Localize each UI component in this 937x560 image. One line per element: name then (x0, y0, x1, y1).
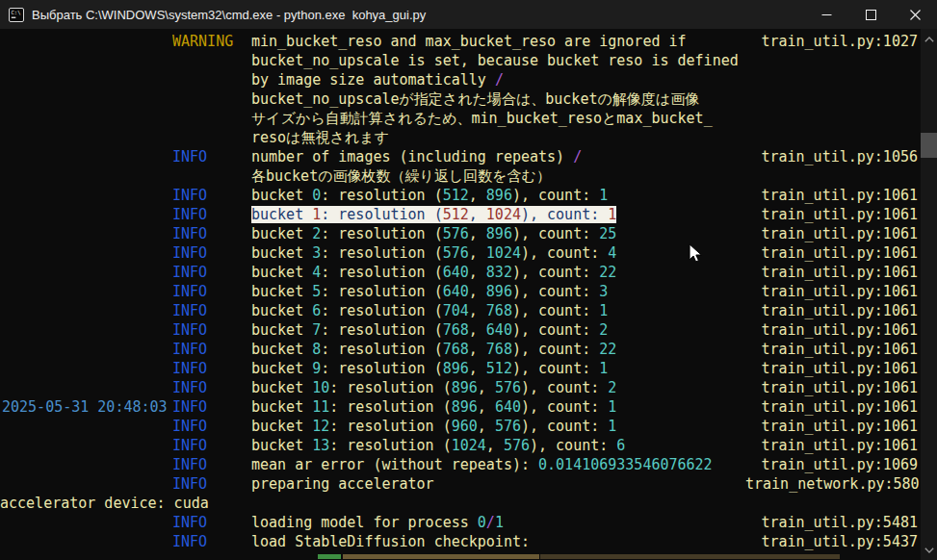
log-file: train_util.py:1056 (745, 147, 921, 166)
cmd-icon: C:\ (9, 8, 24, 22)
chevron-up-icon[interactable] (921, 31, 937, 47)
terminal-window: C:\ Выбрать C:\WINDOWS\system32\cmd.exe … (0, 0, 937, 560)
log-message: bucket 13: resolution (1024, 576), count… (251, 436, 745, 455)
log-message: bucket_no_upscaleが指定された場合は、bucketの解像度は画像 (251, 89, 745, 109)
log-file: train_util.py:1061 (745, 243, 921, 263)
scrollbar-thumb[interactable] (921, 133, 937, 158)
log-row: INFO preparing accelerator train_network… (0, 474, 921, 494)
close-icon (910, 10, 921, 20)
log-file: train_util.py:1061 (745, 417, 921, 436)
log-time (0, 147, 172, 166)
scrollbar[interactable] (921, 29, 937, 560)
log-level: INFO (172, 340, 251, 359)
log-time (0, 455, 172, 474)
log-level (172, 109, 251, 128)
clipped-text-fragment (318, 554, 341, 559)
log-file: train_util.py:1061 (745, 436, 921, 455)
log-level: INFO (172, 320, 251, 340)
titlebar[interactable]: C:\ Выбрать C:\WINDOWS\system32\cmd.exe … (0, 0, 937, 29)
log-time (0, 532, 172, 551)
log-time (0, 205, 172, 224)
clipped-text-fragment (540, 554, 840, 559)
log-file: train_util.py:1069 (745, 455, 921, 474)
log-message: bucket 6: resolution (704, 768), count: … (251, 301, 745, 320)
log-level: WARNING (172, 32, 251, 51)
log-row: INFO load StableDiffusion checkpoint: tr… (0, 532, 921, 551)
log-level: INFO (172, 378, 251, 397)
log-time (0, 320, 172, 340)
svg-text:C:\: C:\ (11, 10, 20, 15)
log-file (745, 128, 921, 147)
minimize-icon (821, 10, 832, 20)
log-time (0, 32, 172, 51)
log-row: INFO loading model for process 0/1 train… (0, 513, 921, 532)
log-row: INFO bucket 3: resolution (576, 1024), c… (0, 243, 921, 263)
log-time (0, 378, 172, 397)
log-message: bucket 5: resolution (640, 896), count: … (251, 282, 745, 301)
log-message: resoは無視されます (251, 128, 745, 147)
log-file: train_util.py:1061 (745, 359, 921, 378)
log-time (0, 89, 172, 109)
log-file: train_util.py:5481 (745, 513, 921, 532)
log-level: INFO (172, 224, 251, 243)
log-file: train_util.py:1061 (745, 340, 921, 359)
log-row: INFO mean ar error (without repeats): 0.… (0, 455, 921, 474)
log-row: INFO bucket 5: resolution (640, 896), co… (0, 282, 921, 301)
log-message: number of images (including repeats) / (251, 147, 745, 166)
log-full-line: accelerator device: cuda (0, 494, 209, 513)
log-level: INFO (172, 243, 251, 263)
log-row: INFO number of images (including repeats… (0, 147, 921, 166)
log-message: by image size automatically / (251, 70, 745, 89)
log-file: train_util.py:1027 (745, 32, 921, 51)
maximize-button[interactable] (848, 0, 893, 29)
log-level: INFO (172, 532, 251, 551)
log-time (0, 51, 172, 70)
log-level: INFO (172, 186, 251, 205)
log-time (0, 263, 172, 282)
minimize-button[interactable] (804, 0, 848, 29)
console-output[interactable]: WARNING min_bucket_reso and max_bucket_r… (0, 29, 921, 560)
log-message: min_bucket_reso and max_bucket_reso are … (251, 32, 745, 51)
log-file: train_util.py:1061 (745, 282, 921, 301)
log-file (745, 89, 921, 109)
log-time (0, 109, 172, 128)
log-file: train_util.py:1061 (745, 186, 921, 205)
log-file (745, 70, 921, 89)
log-row: 2025-05-31 20:48:03 INFO bucket 11: reso… (0, 397, 921, 417)
log-message: bucket 1: resolution (512, 1024), count:… (251, 205, 745, 224)
log-file: train_util.py:1061 (745, 397, 921, 417)
log-file: train_util.py:1061 (745, 263, 921, 282)
close-button[interactable] (893, 0, 937, 29)
log-message: bucket 11: resolution (896, 640), count:… (251, 397, 745, 417)
log-time (0, 186, 172, 205)
chevron-down-icon[interactable] (921, 542, 937, 558)
log-level: INFO (172, 455, 251, 474)
log-file (745, 166, 921, 186)
log-message: bucket_no_upscale is set, because bucket… (251, 51, 745, 70)
log-file: train_util.py:1061 (745, 224, 921, 243)
log-row: INFO bucket 10: resolution (896, 576), c… (0, 378, 921, 397)
log-message: bucket 9: resolution (896, 512), count: … (251, 359, 745, 378)
log-level: INFO (172, 359, 251, 378)
log-level: INFO (172, 417, 251, 436)
log-level (172, 128, 251, 147)
log-level: INFO (172, 513, 251, 532)
log-level (172, 89, 251, 109)
log-file: train_util.py:1061 (745, 320, 921, 340)
log-file (745, 109, 921, 128)
log-row: by image size automatically / (0, 70, 921, 89)
log-file: train_util.py:1061 (745, 205, 921, 224)
log-message: bucket 10: resolution (896, 576), count:… (251, 378, 745, 397)
clipped-text-fragment (343, 554, 539, 559)
maximize-icon (866, 10, 876, 20)
log-file: train_util.py:1061 (745, 301, 921, 320)
log-row: INFO bucket 0: resolution (512, 896), co… (0, 186, 921, 205)
log-message: 各bucketの画像枚数（繰り返し回数を含む） (251, 166, 745, 186)
log-file (745, 51, 921, 70)
log-time (0, 301, 172, 320)
log-row: INFO bucket 13: resolution (1024, 576), … (0, 436, 921, 455)
log-message: bucket 12: resolution (960, 576), count:… (251, 417, 745, 436)
log-message: サイズから自動計算されるため、min_bucket_resoとmax_bucke… (251, 109, 745, 128)
log-time (0, 70, 172, 89)
log-time (0, 436, 172, 455)
